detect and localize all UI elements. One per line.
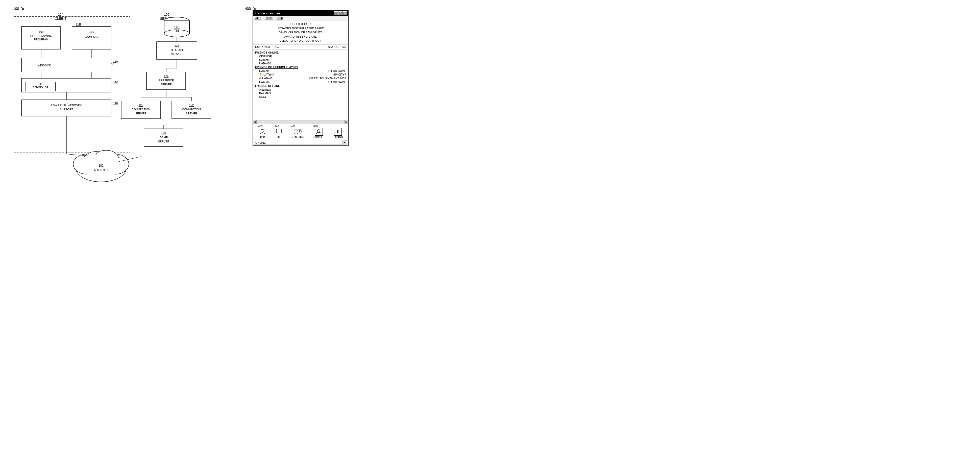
menu-help[interactable]: Help <box>277 16 283 20</box>
add-label: ADD <box>260 136 265 139</box>
svg-text:112: 112 <box>113 80 118 83</box>
friend-silly[interactable]: SILLY <box>253 95 348 99</box>
scroll-right-button[interactable]: ▶ <box>345 120 348 124</box>
toolbar: 430 ADD 440 <box>253 124 348 140</box>
friend-uatest1[interactable]: UATest1 UP FOR GAME <box>253 69 348 73</box>
window-title: Xfire - ckirmse <box>258 11 280 15</box>
add-button[interactable]: 430 ADD <box>258 125 266 139</box>
horizontal-scrollbar[interactable]: ◀ ▶ <box>253 120 348 124</box>
svg-text:130: 130 <box>161 131 166 134</box>
user-row: USER NAME ←410 STATUS ←420 <box>253 45 348 49</box>
im-label: IM <box>277 136 280 139</box>
svg-text:GAMES(S): GAMES(S) <box>85 35 99 38</box>
svg-text:118: 118 <box>113 102 118 105</box>
svg-text:SERVER: SERVER <box>161 83 172 86</box>
svg-text:SERVER: SERVER <box>171 52 182 56</box>
svg-text:GAME: GAME <box>160 136 168 139</box>
svg-point-90 <box>318 130 320 132</box>
status-bar: ▼ <box>253 140 348 145</box>
friends-list: FRIENDS ONLINE CKIRMSE UATest0 UATest10 … <box>253 49 348 120</box>
svg-text:124: 124 <box>164 75 169 78</box>
scroll-left-button[interactable]: ◀ <box>253 120 257 124</box>
minimize-button[interactable]: _ <box>334 11 338 15</box>
menu-xfire[interactable]: Xfire <box>255 16 261 20</box>
friend-uatest5-icon: ⊙ <box>259 77 261 80</box>
svg-text:SERVER: SERVER <box>186 112 197 115</box>
svg-text:104: 104 <box>58 13 64 16</box>
expand-label: EXPAND <box>332 136 343 139</box>
maximize-button[interactable]: □ <box>339 11 342 15</box>
svg-text:108: 108 <box>39 30 43 33</box>
svg-text:122: 122 <box>189 103 194 106</box>
svg-point-87 <box>295 130 297 132</box>
profile-button[interactable]: 460 PROFILE <box>313 125 324 139</box>
svg-text:SUPPORT: SUPPORT <box>60 108 73 111</box>
friend-ckirmse[interactable]: CKIRMSE <box>253 54 348 58</box>
friend-uatest6-game: UP FOR GAME <box>326 81 346 84</box>
title-bar: X Xfire - ckirmse _ □ × <box>253 11 348 16</box>
svg-text:CLIENT GAMING: CLIENT GAMING <box>30 34 52 37</box>
svg-text:GAMING LSP: GAMING LSP <box>33 86 48 89</box>
friend-uatest5[interactable]: ⊙ UATest5 UNREAL TOURNAMENT 2003 <box>253 76 348 80</box>
title-x: X <box>254 11 256 15</box>
svg-text:SERVER: SERVER <box>135 112 146 115</box>
section-header-offline: FRIENDS OFFLINE <box>253 84 348 88</box>
menu-tools[interactable]: Tools <box>266 16 272 20</box>
friend-uatest1-name: UATest1 <box>259 70 269 73</box>
status-input[interactable] <box>254 141 342 145</box>
svg-text:116: 116 <box>89 30 94 33</box>
svg-text:CONNECTION: CONNECTION <box>132 108 150 111</box>
friend-uatest6-name: UATest6 <box>259 81 269 84</box>
svg-point-88 <box>298 130 300 132</box>
join-game-ref: 450 <box>291 125 296 128</box>
friend-bazman[interactable]: BAZMAN <box>253 91 348 95</box>
menu-bar: Xfire Tools Help <box>253 16 348 21</box>
friend-uatest10[interactable]: UATest10 <box>253 62 348 65</box>
join-game-label: JOIN GAME <box>291 136 305 139</box>
im-ref: 440 <box>275 125 279 128</box>
friend-uatest3-game: SIMCITY4 <box>333 73 346 76</box>
close-button[interactable]: × <box>343 11 347 15</box>
svg-text:128: 128 <box>174 25 180 29</box>
section-header-online: FRIENDS ONLINE <box>253 51 348 54</box>
add-icon <box>258 128 266 136</box>
friend-uatest0[interactable]: UATest0 <box>253 58 348 62</box>
profile-label: PROFILE <box>313 136 324 139</box>
friend-uatest3-icon: 🧍 <box>259 73 262 76</box>
im-icon <box>275 128 283 136</box>
svg-point-84 <box>261 129 264 132</box>
svg-text:106: 106 <box>164 13 169 16</box>
svg-text:102: 102 <box>99 164 103 167</box>
im-button[interactable]: 440 IM <box>275 125 283 139</box>
svg-text:114: 114 <box>38 83 43 85</box>
friend-uatest6[interactable]: UATest6 UP FOR GAME <box>253 80 348 84</box>
svg-text:PROGRAM: PROGRAM <box>34 38 48 41</box>
profile-ref: 460 <box>313 125 318 128</box>
friend-uatest1-game: UP FOR GAME <box>326 70 346 73</box>
ad-banner[interactable]: CHECK IT OUT! S2GAMES JUST RELEASED A NE… <box>253 21 348 45</box>
svg-text:WINSOCK: WINSOCK <box>38 64 51 67</box>
profile-icon <box>315 128 323 136</box>
status-label: STATUS <box>328 46 339 48</box>
user-name-ref: ←410 <box>272 46 279 48</box>
friend-uatest3[interactable]: 🧍 UATest3 SIMCITY4 <box>253 73 348 76</box>
svg-text:DATABASE: DATABASE <box>169 48 184 51</box>
status-dropdown-button[interactable]: ▼ <box>342 140 347 145</box>
svg-text:122: 122 <box>138 103 143 106</box>
svg-text:110: 110 <box>113 60 118 63</box>
friend-andrew[interactable]: ANDREW <box>253 88 348 91</box>
friend-uatest5-name: UATest5 <box>262 77 272 80</box>
diagram-svg: 104 CLIENT 106 SERVER 120 108 CLIENT GAM… <box>0 0 245 236</box>
status-ref: ←420 <box>339 46 346 48</box>
svg-text:CONNECTION: CONNECTION <box>182 108 201 111</box>
svg-text:LOW LEVEL NETWORK: LOW LEVEL NETWORK <box>51 104 82 107</box>
friend-uatest5-game: UNREAL TOURNAMENT 2003 <box>308 77 346 80</box>
svg-text:PRESENCE: PRESENCE <box>159 79 174 82</box>
user-name-label: USER NAME <box>255 46 272 48</box>
friend-uatest3-name: UATest3 <box>263 73 274 76</box>
expand-button[interactable]: ⬆ EXPAND <box>332 125 343 139</box>
svg-text:SERVER: SERVER <box>158 140 169 143</box>
window-controls[interactable]: _ □ × <box>334 11 347 15</box>
join-game-button[interactable]: 450 JOIN GAME <box>291 125 305 139</box>
svg-text:INTERNET: INTERNET <box>94 168 109 172</box>
